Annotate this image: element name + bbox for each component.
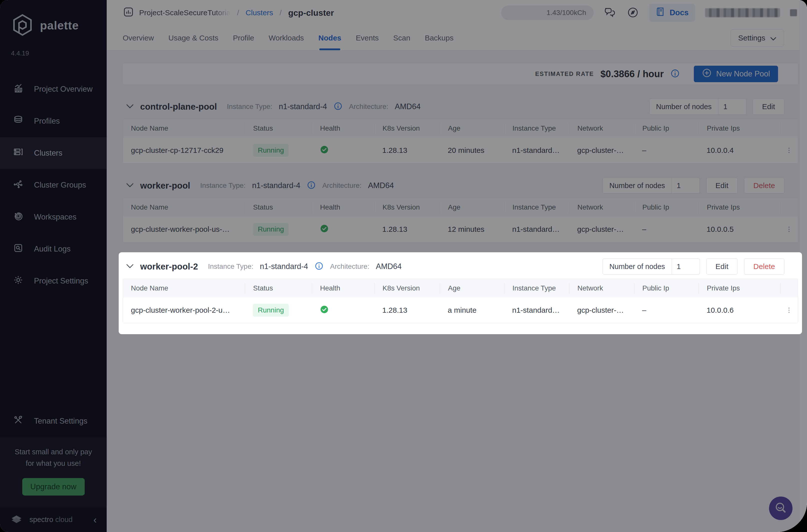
tab-scan[interactable]: Scan bbox=[393, 25, 410, 50]
info-icon[interactable] bbox=[670, 69, 680, 79]
status-cell: Running bbox=[245, 144, 312, 157]
breadcrumb-clusters-link[interactable]: Clusters bbox=[246, 8, 273, 17]
sidebar: palette 4.4.19 Project Overview bbox=[0, 0, 107, 532]
edit-pool-button[interactable]: Edit bbox=[706, 177, 738, 194]
info-icon[interactable] bbox=[307, 180, 316, 191]
col-age: Age bbox=[440, 283, 504, 294]
user-avatar-redacted[interactable] bbox=[790, 9, 797, 16]
node-name-cell: gcp-cluster-cp-12717-cck29 bbox=[123, 146, 245, 155]
tab-backups[interactable]: Backups bbox=[425, 25, 453, 50]
server-icon bbox=[13, 147, 23, 159]
architecture-value: AMD64 bbox=[395, 102, 420, 111]
sidebar-item-profiles[interactable]: Profiles bbox=[0, 105, 107, 137]
health-check-icon bbox=[320, 147, 329, 156]
tab-nodes[interactable]: Nodes bbox=[318, 25, 341, 50]
pool-actions: Number of nodes 1 Edit bbox=[649, 99, 784, 115]
status-badge: Running bbox=[253, 304, 289, 317]
col-age: Age bbox=[440, 202, 504, 213]
sidebar-bottom: Tenant Settings Start small and only pay… bbox=[0, 405, 107, 532]
col-k8s-version: K8s Version bbox=[374, 202, 440, 213]
spectro-cloud-logo-icon bbox=[10, 513, 23, 527]
col-private-ips: Private Ips bbox=[698, 123, 780, 134]
collapse-sidebar-icon[interactable]: ‹ bbox=[93, 515, 97, 525]
info-icon[interactable] bbox=[334, 102, 342, 112]
sidebar-item-cluster-groups[interactable]: Cluster Groups bbox=[0, 169, 107, 201]
instance-type-label: Instance Type: bbox=[208, 263, 254, 270]
table-header-row: Node Name Status Health K8s Version Age … bbox=[123, 119, 798, 138]
nodes-table: Node Name Status Health K8s Version Age … bbox=[123, 279, 798, 323]
node-name-cell: gcp-cluster-worker-pool-2-u… bbox=[123, 306, 245, 315]
delete-pool-button[interactable]: Delete bbox=[744, 177, 784, 194]
col-actions bbox=[780, 123, 798, 134]
col-private-ips: Private Ips bbox=[698, 202, 780, 213]
architecture-label: Architecture: bbox=[322, 182, 361, 190]
col-age: Age bbox=[440, 123, 504, 134]
app-window: palette 4.4.19 Project Overview bbox=[0, 0, 807, 532]
plus-circle-icon bbox=[702, 68, 712, 80]
tools-icon bbox=[13, 415, 23, 428]
explore-compass-button[interactable] bbox=[626, 6, 639, 19]
col-public-ip: Public Ip bbox=[634, 123, 698, 134]
health-check-icon bbox=[320, 307, 329, 316]
edit-pool-button[interactable]: Edit bbox=[706, 259, 738, 274]
delete-pool-button[interactable]: Delete bbox=[744, 259, 784, 274]
health-check-icon bbox=[320, 226, 329, 234]
breadcrumb-cluster-name: gcp-cluster bbox=[288, 8, 334, 18]
edit-pool-button[interactable]: Edit bbox=[753, 99, 784, 115]
sidebar-item-audit-logs[interactable]: Audit Logs bbox=[0, 233, 107, 265]
tab-workloads[interactable]: Workloads bbox=[268, 25, 304, 50]
col-network: Network bbox=[569, 202, 634, 213]
user-name-redacted[interactable] bbox=[705, 8, 780, 17]
number-of-nodes-control: Number of nodes 1 bbox=[649, 99, 746, 115]
breadcrumb: Project-ScaleSecureTutoria / Clusters / … bbox=[123, 6, 334, 19]
sidebar-nav: Project Overview Profiles bbox=[0, 73, 107, 297]
network-icon bbox=[13, 179, 23, 191]
age-cell: 12 minutes bbox=[440, 225, 504, 233]
table-header-row: Node Name Status Health K8s Version Age … bbox=[123, 198, 798, 216]
info-icon[interactable] bbox=[315, 262, 323, 271]
pool-header: worker-pool-2 Instance Type: n1-standard… bbox=[123, 254, 798, 279]
compass-icon bbox=[626, 6, 639, 19]
row-menu-kebab-icon[interactable] bbox=[780, 225, 798, 233]
project-icon bbox=[123, 6, 134, 19]
row-menu-kebab-icon[interactable] bbox=[780, 306, 798, 315]
cluster-tabs: Overview Usage & Costs Profile Workloads… bbox=[107, 25, 807, 51]
sidebar-item-clusters[interactable]: Clusters bbox=[0, 137, 107, 169]
col-private-ips: Private Ips bbox=[698, 283, 780, 294]
number-of-nodes-control: Number of nodes 1 bbox=[603, 177, 699, 194]
pool-name: control-plane-pool bbox=[140, 102, 217, 112]
col-node-name: Node Name bbox=[123, 123, 245, 134]
usage-meter: 1.43/100kCh bbox=[501, 5, 594, 20]
tab-overview[interactable]: Overview bbox=[123, 25, 154, 50]
node-pool-worker: worker-pool Instance Type: n1-standard-4… bbox=[123, 173, 798, 242]
chevron-down-icon[interactable] bbox=[126, 104, 134, 109]
col-k8s-version: K8s Version bbox=[374, 123, 440, 134]
chevron-down-icon[interactable] bbox=[126, 183, 134, 188]
sidebar-item-project-overview[interactable]: Project Overview bbox=[0, 73, 107, 105]
sidebar-item-project-settings[interactable]: Project Settings bbox=[0, 265, 107, 297]
number-of-nodes-input[interactable]: 1 bbox=[672, 177, 700, 194]
chevron-down-icon[interactable] bbox=[126, 264, 134, 269]
upgrade-now-button[interactable]: Upgrade now bbox=[22, 478, 85, 496]
sidebar-item-tenant-settings[interactable]: Tenant Settings bbox=[0, 405, 107, 437]
search-fab-button[interactable] bbox=[769, 496, 792, 520]
estimated-rate-value: $0.3866 / hour bbox=[600, 69, 663, 79]
public-ip-cell: – bbox=[634, 306, 698, 315]
breadcrumb-project[interactable]: Project-ScaleSecureTutoria bbox=[139, 8, 231, 17]
tab-usage-costs[interactable]: Usage & Costs bbox=[168, 25, 218, 50]
sidebar-item-workspaces[interactable]: Workspaces bbox=[0, 201, 107, 233]
instance-type-cell: n1-standard… bbox=[504, 306, 569, 315]
instance-type-value: n1-standard-4 bbox=[252, 181, 300, 190]
row-menu-kebab-icon[interactable] bbox=[780, 146, 798, 155]
number-of-nodes-input[interactable]: 1 bbox=[718, 99, 746, 115]
number-of-nodes-input[interactable]: 1 bbox=[672, 259, 700, 274]
new-node-pool-button[interactable]: New Node Pool bbox=[694, 66, 778, 82]
k8s-version-cell: 1.28.13 bbox=[374, 306, 440, 315]
feedback-chat-button[interactable] bbox=[604, 6, 617, 20]
public-ip-cell: – bbox=[634, 225, 698, 233]
settings-dropdown-button[interactable]: Settings bbox=[731, 29, 784, 47]
docs-button[interactable]: Docs bbox=[649, 4, 695, 22]
sidebar-item-label: Cluster Groups bbox=[34, 180, 86, 190]
tab-events[interactable]: Events bbox=[356, 25, 379, 50]
tab-profile[interactable]: Profile bbox=[233, 25, 254, 50]
